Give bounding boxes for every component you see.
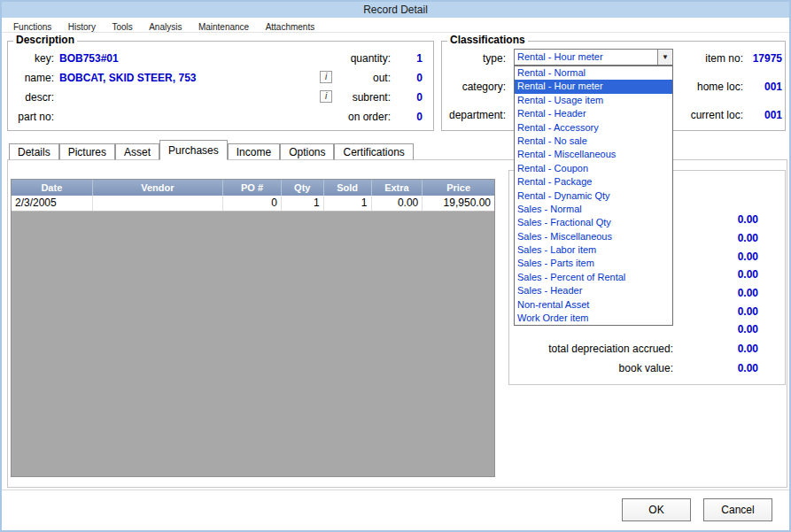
column-header-qty: Qty (282, 180, 324, 196)
dropdown-item[interactable]: Sales - Header (515, 284, 672, 297)
item-no-value: 17975 (747, 52, 782, 65)
dropdown-item[interactable]: Sales - Normal (515, 203, 672, 216)
out-label: out: (290, 72, 391, 84)
record-detail-window: Record Detail Functions History Tools An… (0, 0, 791, 532)
asset-value: 0.00 (687, 268, 758, 281)
column-header-po: PO # (223, 180, 282, 196)
name-label: name: (12, 72, 54, 84)
cell-extra: 0.00 (372, 196, 423, 211)
name-value: BOBCAT, SKID STEER, 753 (59, 72, 196, 84)
out-value: 0 (394, 72, 423, 84)
asset-value: 0.00 (687, 305, 758, 318)
descr-label: descr: (12, 91, 54, 104)
menu-maintenance[interactable]: Maintenance (192, 20, 255, 34)
dropdown-item[interactable]: Rental - Coupon (515, 162, 672, 175)
menu-history[interactable]: History (62, 20, 102, 34)
tab-certifications[interactable]: Certifications (334, 143, 413, 160)
subrent-label: subrent: (290, 91, 391, 104)
column-header-extra: Extra (372, 180, 423, 196)
cell-qty: 1 (282, 196, 324, 211)
dropdown-item[interactable]: Rental - Accessory (515, 121, 672, 135)
dropdown-item[interactable]: Sales - Fractional Qty (515, 216, 672, 229)
total-depreciation-value: 0.00 (687, 343, 758, 355)
tab-options[interactable]: Options (280, 143, 334, 160)
table-row[interactable]: 2/3/2005 0 1 1 0.00 19,950.00 (12, 196, 494, 212)
table-empty-area (12, 212, 494, 476)
subrent-value: 0 (394, 91, 423, 104)
dropdown-item[interactable]: Rental - Miscellaneous (515, 148, 672, 161)
dropdown-item[interactable]: Sales - Miscellaneous (515, 230, 672, 243)
tab-income[interactable]: Income (228, 143, 280, 160)
asset-value: 0.00 (687, 251, 758, 263)
asset-value: 0.00 (687, 323, 758, 335)
column-header-vendor: Vendor (93, 180, 223, 196)
dropdown-item[interactable]: Sales - Labor item (515, 243, 672, 257)
asset-value: 0.00 (687, 213, 758, 226)
dropdown-item[interactable]: Rental - Header (515, 107, 672, 120)
type-combobox[interactable]: Rental - Hour meter ▼ (514, 49, 673, 66)
cell-price: 19,950.00 (423, 196, 494, 211)
titlebar: Record Detail (2, 2, 789, 18)
purchases-table: Date Vendor PO # Qty Sold Extra Price 2/… (11, 179, 495, 477)
menu-analysis[interactable]: Analysis (143, 20, 188, 34)
dropdown-item[interactable]: Rental - No sale (515, 135, 672, 148)
dropdown-item[interactable]: Work Order item (515, 312, 672, 325)
asset-value: 0.00 (687, 232, 758, 244)
menu-functions[interactable]: Functions (7, 20, 58, 34)
ok-button[interactable]: OK (622, 498, 691, 521)
window-title: Record Detail (363, 4, 428, 16)
type-combobox-value: Rental - Hour meter (517, 51, 603, 62)
column-header-sold: Sold (324, 180, 372, 196)
category-label: category: (442, 81, 506, 93)
column-header-price: Price (423, 180, 494, 196)
cancel-button[interactable]: Cancel (703, 498, 772, 521)
description-group: Description key: BOB753#01 quantity: 1 n… (7, 41, 434, 131)
home-loc-value: 001 (747, 81, 782, 93)
classifications-group-title: Classifications (447, 34, 528, 46)
type-dropdown-list: Rental - Normal Rental - Hour meter Rent… (514, 66, 673, 326)
partno-label: part no: (12, 111, 54, 123)
column-header-date: Date (12, 180, 93, 196)
dropdown-item[interactable]: Rental - Normal (515, 66, 672, 80)
menu-attachments[interactable]: Attachments (260, 20, 322, 34)
tab-purchases[interactable]: Purchases (159, 140, 228, 160)
description-group-title: Description (13, 34, 77, 46)
dropdown-item[interactable]: Non-rental Asset (515, 298, 672, 312)
menubar: Functions History Tools Analysis Mainten… (2, 18, 789, 33)
total-depreciation-label: total depreciation accrued: (509, 343, 673, 355)
tabstrip: Details Pictures Asset Purchases Income … (9, 140, 414, 160)
dropdown-item[interactable]: Sales - Percent of Rental (515, 271, 672, 284)
current-loc-value: 001 (747, 109, 782, 121)
menu-tools[interactable]: Tools (105, 20, 138, 34)
onorder-value: 0 (394, 111, 423, 123)
footer: OK Cancel (2, 490, 789, 532)
dropdown-item[interactable]: Rental - Usage item (515, 94, 672, 107)
quantity-value: 1 (394, 52, 423, 65)
dropdown-item[interactable]: Rental - Package (515, 175, 672, 189)
asset-value: 0.00 (687, 287, 758, 299)
purchases-table-header: Date Vendor PO # Qty Sold Extra Price (12, 180, 494, 196)
book-value-value: 0.00 (687, 362, 758, 374)
type-label: type: (442, 52, 506, 65)
key-value: BOB753#01 (59, 52, 119, 65)
cell-po: 0 (223, 196, 282, 211)
tab-asset[interactable]: Asset (115, 143, 159, 160)
tab-pictures[interactable]: Pictures (59, 143, 115, 160)
cell-vendor (93, 196, 223, 211)
dropdown-item[interactable]: Rental - Dynamic Qty (515, 189, 672, 203)
quantity-label: quantity: (290, 52, 391, 65)
dropdown-arrow-icon[interactable]: ▼ (657, 50, 672, 65)
tab-details[interactable]: Details (9, 143, 59, 160)
cell-date: 2/3/2005 (12, 196, 93, 211)
book-value-label: book value: (509, 362, 673, 374)
department-label: department: (442, 109, 506, 121)
dropdown-item-selected[interactable]: Rental - Hour meter (515, 80, 672, 93)
cell-sold: 1 (324, 196, 372, 211)
dropdown-item[interactable]: Sales - Parts item (515, 257, 672, 270)
onorder-label: on order: (290, 111, 391, 123)
key-label: key: (12, 52, 54, 65)
